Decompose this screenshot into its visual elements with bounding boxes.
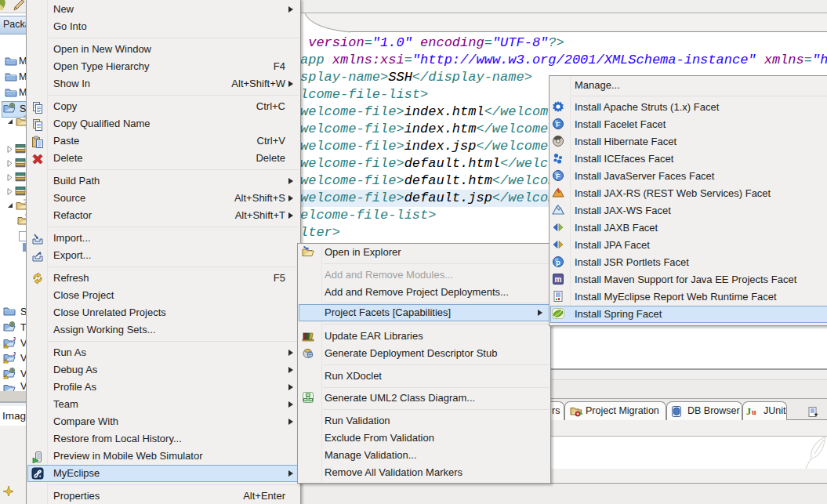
svg-text:J: J	[13, 351, 16, 357]
svg-text:J: J	[746, 406, 751, 417]
svg-text:J: J	[13, 336, 16, 343]
svg-text:F: F	[556, 120, 560, 129]
svg-text:p: p	[556, 258, 560, 267]
svg-text:F: F	[556, 172, 560, 180]
svg-text:m: m	[555, 275, 562, 284]
svg-text:u: u	[752, 408, 756, 416]
